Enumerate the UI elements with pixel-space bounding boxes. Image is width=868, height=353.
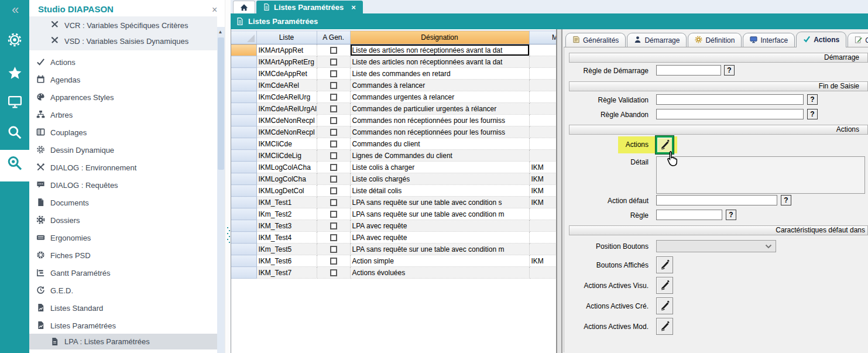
sidebar-item[interactable]: Dossiers: [29, 213, 217, 227]
row-selector-cell[interactable]: [231, 44, 256, 56]
row-selector-cell[interactable]: [231, 115, 256, 126]
sidebar-splitter[interactable]: [225, 0, 231, 353]
designation-cell[interactable]: Lignes de Commandes du client: [350, 150, 529, 162]
sidebar-item[interactable]: DIALOG : Environnement: [29, 160, 217, 174]
liste-cell[interactable]: IKmCdeARelUrgAl: [256, 103, 317, 115]
checkbox-unchecked[interactable]: [330, 211, 337, 218]
designation-cell[interactable]: Commandes du client: [350, 138, 529, 150]
mot-directeur-cell[interactable]: [529, 150, 556, 162]
checkbox-unchecked[interactable]: [330, 59, 337, 66]
designation-cell[interactable]: Liste colis à charger: [350, 162, 529, 173]
scroll-up-icon[interactable]: ▲: [216, 29, 225, 35]
mot-directeur-cell[interactable]: IKM: [529, 197, 556, 208]
row-selector-cell[interactable]: [231, 244, 256, 255]
table-row[interactable]: IKMLogColChaListe colis chargésIKM: [231, 173, 556, 185]
liste-cell[interactable]: IKMArtAppRet: [256, 44, 317, 56]
sidebar-scrollbar-thumb[interactable]: [218, 37, 224, 170]
action-edit-button[interactable]: [656, 297, 673, 314]
mot-directeur-cell[interactable]: IKM: [529, 162, 556, 173]
mot-directeur-cell[interactable]: [529, 232, 556, 244]
actions-edit-button[interactable]: [656, 136, 674, 154]
collapse-sidebar-icon[interactable]: «: [0, 2, 29, 18]
column-header-agen[interactable]: A Gen.: [317, 31, 350, 44]
agen-cell[interactable]: [317, 44, 350, 56]
liste-cell[interactable]: IKM_Test6: [256, 255, 317, 267]
sidebar-item[interactable]: Fiches PSD: [29, 248, 217, 262]
liste-cell[interactable]: IKM_Test7: [256, 267, 317, 279]
table-row[interactable]: IKMCliCdeLigLignes de Commandes du clien…: [231, 150, 556, 162]
monitor-icon[interactable]: [0, 94, 29, 109]
checkbox-unchecked[interactable]: [330, 129, 337, 136]
sidebar-item[interactable]: Dessin Dynamique: [29, 143, 217, 157]
table-row[interactable]: IKM_Test6Action simpleIKM: [231, 255, 556, 267]
mot-directeur-cell[interactable]: IKM: [529, 173, 556, 185]
table-row[interactable]: IKMCdeNonRecplCommandes non réceptionnée…: [231, 115, 556, 126]
sidebar-item[interactable]: VCR : Variables Spécifiques Critères: [29, 18, 217, 32]
liste-cell[interactable]: IKMCliCdeLig: [256, 150, 317, 162]
checkbox-unchecked[interactable]: [330, 258, 337, 265]
liste-cell[interactable]: IKm_Test5: [256, 244, 317, 255]
table-row[interactable]: IKMArtAppRetListe des articles non récep…: [231, 44, 556, 56]
liste-cell[interactable]: IKMLogDetCol: [256, 185, 317, 197]
liste-cell[interactable]: IKMCdeAppRet: [256, 68, 317, 80]
table-row[interactable]: IKMLogDetColListe détail colisIKM: [231, 185, 556, 197]
checkbox-unchecked[interactable]: [330, 105, 337, 112]
liste-cell[interactable]: IKmCdeARelUrg: [256, 91, 317, 103]
sidebar-item[interactable]: Documents: [29, 196, 217, 210]
agen-cell[interactable]: [317, 150, 350, 162]
table-row[interactable]: IKM_Test7Actions évoluées: [231, 267, 556, 279]
designation-cell[interactable]: Commandes urgentes à relancer: [350, 91, 529, 103]
table-row[interactable]: IKMCdeNonRecplCommandes non réceptionnée…: [231, 126, 556, 138]
action-defaut-help-button[interactable]: ?: [781, 195, 791, 205]
row-selector-cell[interactable]: [231, 150, 256, 162]
sidebar-item[interactable]: Apparences Styles: [29, 90, 217, 104]
table-row[interactable]: IKm_Test2LPA sans requête sur une table …: [231, 208, 556, 220]
agen-cell[interactable]: [317, 244, 350, 255]
sidebar-item[interactable]: LPA : Listes Paramétrées: [29, 334, 217, 349]
checkbox-unchecked[interactable]: [330, 117, 337, 124]
liste-cell[interactable]: IKmCdeARel: [256, 80, 317, 91]
column-header-liste[interactable]: Liste: [256, 31, 317, 44]
designation-cell[interactable]: LPA sans requête sur une table avec cond…: [350, 244, 529, 255]
agen-cell[interactable]: [317, 80, 350, 91]
table-row[interactable]: IKMCliCdeCommandes du client: [231, 138, 556, 150]
location-search-icon[interactable]: [0, 155, 29, 172]
mot-directeur-cell[interactable]: [529, 56, 556, 68]
row-selector-cell[interactable]: [231, 126, 256, 138]
designation-cell[interactable]: Liste des articles non réceptionnées ava…: [350, 56, 529, 68]
checkbox-unchecked[interactable]: [330, 187, 337, 194]
mot-directeur-cell[interactable]: [529, 68, 556, 80]
column-header-mot-directeur[interactable]: Mot Directeur: [529, 31, 556, 44]
sidebar-item[interactable]: Arbres: [29, 108, 217, 122]
regle-input[interactable]: [656, 210, 722, 220]
liste-cell[interactable]: IKMLogColACha: [256, 162, 317, 173]
sidebar-item[interactable]: Actions: [29, 55, 217, 69]
liste-cell[interactable]: IKM_Test4: [256, 232, 317, 244]
agen-cell[interactable]: [317, 267, 350, 279]
panel-tab-interface[interactable]: Interface: [743, 33, 795, 47]
agen-cell[interactable]: [317, 197, 350, 208]
row-selector-cell[interactable]: [231, 91, 256, 103]
grid-corner-header[interactable]: [231, 31, 256, 44]
row-selector-cell[interactable]: [231, 162, 256, 173]
checkbox-unchecked[interactable]: [330, 222, 337, 229]
wheel-icon[interactable]: [0, 32, 29, 47]
checkbox-unchecked[interactable]: [330, 269, 337, 276]
tab-close-icon[interactable]: ×: [351, 3, 356, 12]
row-selector-cell[interactable]: [231, 197, 256, 208]
checkbox-unchecked[interactable]: [330, 234, 337, 241]
agen-cell[interactable]: [317, 255, 350, 267]
agen-cell[interactable]: [317, 115, 350, 126]
row-selector-cell[interactable]: [231, 267, 256, 279]
table-row[interactable]: IKMArtAppRetErgListe des articles non ré…: [231, 56, 556, 68]
action-edit-button[interactable]: [656, 318, 673, 335]
mot-directeur-cell[interactable]: [529, 103, 556, 115]
designation-cell[interactable]: Action simple: [350, 255, 529, 267]
sidebar-item[interactable]: Ergonomies: [29, 231, 217, 245]
table-row[interactable]: IKm_Test5LPA sans requête sur une table …: [231, 244, 556, 255]
detail-textarea[interactable]: [656, 156, 865, 194]
liste-cell[interactable]: IKMArtAppRetErg: [256, 56, 317, 68]
panel-tab-d-finition[interactable]: Définition: [688, 33, 742, 47]
designation-cell[interactable]: Commandes non réceptionnées pour les fou…: [350, 115, 529, 126]
row-selector-cell[interactable]: [231, 220, 256, 232]
